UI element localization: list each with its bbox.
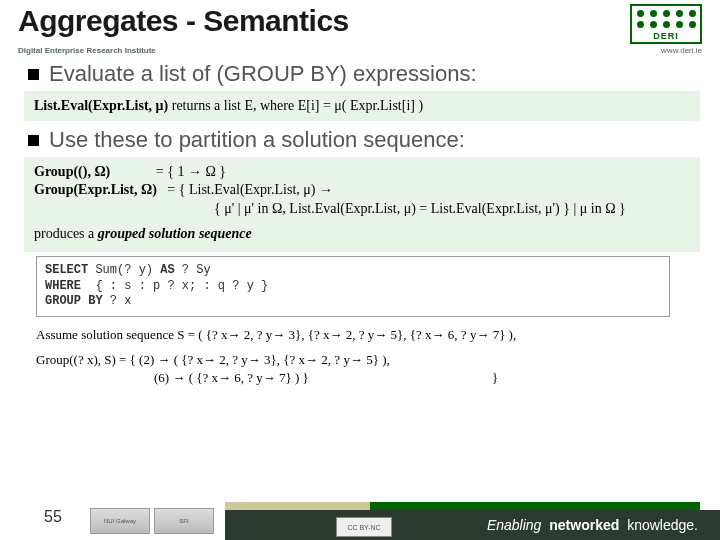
group-result-brace: } bbox=[312, 369, 498, 387]
group-result-l1: Group((? x), S) = { (2) → ( {? x→ 2, ? y… bbox=[36, 352, 390, 367]
assume-text: Assume solution sequence S = ( {? x→ 2, … bbox=[36, 327, 700, 343]
org-url: www.deri.ie bbox=[661, 46, 702, 55]
listeval-box: List.Eval(Expr.List, μ) returns a list E… bbox=[24, 91, 700, 121]
tagline-c: knowledge. bbox=[627, 517, 698, 533]
footer-stripe-tan bbox=[225, 502, 370, 510]
content-area: Evaluate a list of (GROUP BY) expression… bbox=[0, 55, 720, 387]
deri-logo: DERI bbox=[630, 4, 702, 44]
group-def-row2: Group(Expr.List, Ω) = { List.Eval(Expr.L… bbox=[34, 181, 690, 200]
group-empty-lhs: Group((), Ω) bbox=[34, 164, 110, 179]
listeval-def: List.Eval(Expr.List, μ) returns a list E… bbox=[34, 98, 423, 113]
bullet-icon bbox=[28, 69, 39, 80]
tagline-b: networked bbox=[549, 517, 619, 533]
org-name: Digital Enterprise Research Institute bbox=[18, 46, 156, 55]
nui-logo: NUI Galway bbox=[90, 508, 150, 534]
bullet-text: Use these to partition a solution sequen… bbox=[49, 127, 465, 153]
deri-logo-text: DERI bbox=[632, 31, 700, 42]
title-row: Aggregates - Semantics DERI bbox=[0, 0, 720, 46]
group-result-l2: (6) → ( {? x→ 6, ? y→ 7} ) } bbox=[36, 369, 309, 387]
group-expr-lhs: Group(Expr.List, Ω) bbox=[34, 182, 157, 197]
group-result: Group((? x), S) = { (2) → ( {? x→ 2, ? y… bbox=[36, 351, 700, 387]
cc-badge: CC BY-NC bbox=[336, 517, 392, 537]
group-produces: produces a grouped solution sequence bbox=[34, 225, 690, 244]
bullet-icon bbox=[28, 135, 39, 146]
group-expr-rhs1: = { List.Eval(Expr.List, μ) → bbox=[167, 182, 333, 197]
subhead-row: Digital Enterprise Research Institute ww… bbox=[0, 46, 720, 55]
group-expr-rhs2: { μ' | μ' in Ω, List.Eval(Expr.List, μ) … bbox=[34, 200, 690, 219]
bullet-partition: Use these to partition a solution sequen… bbox=[28, 127, 700, 153]
bullet-text: Evaluate a list of (GROUP BY) expression… bbox=[49, 61, 477, 87]
bullet-eval: Evaluate a list of (GROUP BY) expression… bbox=[28, 61, 700, 87]
group-empty-rhs: = { 1 → Ω } bbox=[156, 164, 226, 179]
slide: Aggregates - Semantics DERI Digital Ente… bbox=[0, 0, 720, 540]
footer-stripe-green bbox=[370, 502, 700, 510]
slide-title: Aggregates - Semantics bbox=[18, 4, 349, 38]
sparql-code: SELECT Sum(? y) AS ? Sy WHERE { : s : p … bbox=[36, 256, 670, 317]
footer-logos: NUI Galway SFI bbox=[90, 506, 220, 536]
group-box: Group((), Ω) = { 1 → Ω } Group(Expr.List… bbox=[24, 157, 700, 253]
tagline-a: Enabling bbox=[487, 517, 542, 533]
footer-bar: Enabling networked knowledge. bbox=[225, 510, 720, 540]
footer: Enabling networked knowledge. 55 NUI Gal… bbox=[0, 498, 720, 540]
page-number: 55 bbox=[44, 508, 62, 526]
group-def-row1: Group((), Ω) = { 1 → Ω } bbox=[34, 163, 690, 182]
sfi-logo: SFI bbox=[154, 508, 214, 534]
deri-logo-dots bbox=[632, 6, 700, 31]
